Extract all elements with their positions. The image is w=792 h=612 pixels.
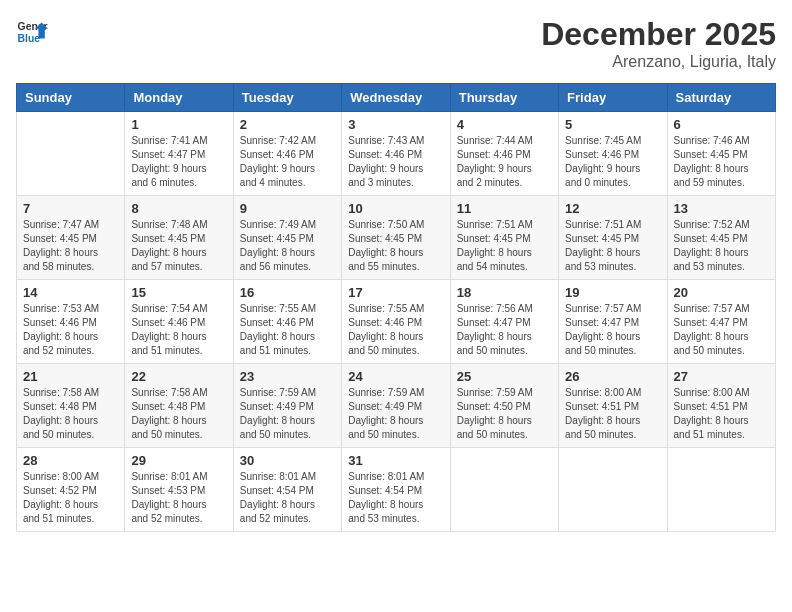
calendar-week-row: 28Sunrise: 8:00 AM Sunset: 4:52 PM Dayli… (17, 448, 776, 532)
month-year-title: December 2025 (541, 16, 776, 53)
logo-icon: General Blue (16, 16, 48, 48)
day-number: 13 (674, 201, 769, 216)
day-detail: Sunrise: 7:56 AM Sunset: 4:47 PM Dayligh… (457, 302, 552, 358)
day-detail: Sunrise: 7:58 AM Sunset: 4:48 PM Dayligh… (131, 386, 226, 442)
day-detail: Sunrise: 7:59 AM Sunset: 4:49 PM Dayligh… (348, 386, 443, 442)
calendar-cell: 8Sunrise: 7:48 AM Sunset: 4:45 PM Daylig… (125, 196, 233, 280)
weekday-header-thursday: Thursday (450, 84, 558, 112)
day-number: 27 (674, 369, 769, 384)
day-detail: Sunrise: 8:01 AM Sunset: 4:54 PM Dayligh… (348, 470, 443, 526)
calendar-cell: 23Sunrise: 7:59 AM Sunset: 4:49 PM Dayli… (233, 364, 341, 448)
day-detail: Sunrise: 8:00 AM Sunset: 4:51 PM Dayligh… (674, 386, 769, 442)
day-detail: Sunrise: 7:44 AM Sunset: 4:46 PM Dayligh… (457, 134, 552, 190)
day-detail: Sunrise: 7:51 AM Sunset: 4:45 PM Dayligh… (457, 218, 552, 274)
day-number: 31 (348, 453, 443, 468)
calendar-cell: 21Sunrise: 7:58 AM Sunset: 4:48 PM Dayli… (17, 364, 125, 448)
calendar-cell: 3Sunrise: 7:43 AM Sunset: 4:46 PM Daylig… (342, 112, 450, 196)
calendar-cell: 27Sunrise: 8:00 AM Sunset: 4:51 PM Dayli… (667, 364, 775, 448)
day-detail: Sunrise: 7:58 AM Sunset: 4:48 PM Dayligh… (23, 386, 118, 442)
day-number: 10 (348, 201, 443, 216)
calendar-week-row: 14Sunrise: 7:53 AM Sunset: 4:46 PM Dayli… (17, 280, 776, 364)
day-number: 2 (240, 117, 335, 132)
calendar-cell (450, 448, 558, 532)
calendar-cell: 28Sunrise: 8:00 AM Sunset: 4:52 PM Dayli… (17, 448, 125, 532)
calendar-cell: 22Sunrise: 7:58 AM Sunset: 4:48 PM Dayli… (125, 364, 233, 448)
day-number: 28 (23, 453, 118, 468)
day-number: 21 (23, 369, 118, 384)
calendar-cell: 24Sunrise: 7:59 AM Sunset: 4:49 PM Dayli… (342, 364, 450, 448)
calendar-cell: 12Sunrise: 7:51 AM Sunset: 4:45 PM Dayli… (559, 196, 667, 280)
day-number: 24 (348, 369, 443, 384)
day-number: 30 (240, 453, 335, 468)
calendar-cell: 11Sunrise: 7:51 AM Sunset: 4:45 PM Dayli… (450, 196, 558, 280)
day-detail: Sunrise: 7:57 AM Sunset: 4:47 PM Dayligh… (565, 302, 660, 358)
day-number: 14 (23, 285, 118, 300)
calendar-cell: 16Sunrise: 7:55 AM Sunset: 4:46 PM Dayli… (233, 280, 341, 364)
calendar-cell: 10Sunrise: 7:50 AM Sunset: 4:45 PM Dayli… (342, 196, 450, 280)
calendar-cell: 9Sunrise: 7:49 AM Sunset: 4:45 PM Daylig… (233, 196, 341, 280)
weekday-header-tuesday: Tuesday (233, 84, 341, 112)
page-header: General Blue December 2025 Arenzano, Lig… (16, 16, 776, 71)
calendar-cell: 4Sunrise: 7:44 AM Sunset: 4:46 PM Daylig… (450, 112, 558, 196)
day-number: 19 (565, 285, 660, 300)
day-detail: Sunrise: 7:41 AM Sunset: 4:47 PM Dayligh… (131, 134, 226, 190)
day-number: 26 (565, 369, 660, 384)
calendar-cell: 29Sunrise: 8:01 AM Sunset: 4:53 PM Dayli… (125, 448, 233, 532)
calendar-cell (667, 448, 775, 532)
day-number: 9 (240, 201, 335, 216)
weekday-header-wednesday: Wednesday (342, 84, 450, 112)
day-number: 17 (348, 285, 443, 300)
day-detail: Sunrise: 8:01 AM Sunset: 4:53 PM Dayligh… (131, 470, 226, 526)
day-number: 8 (131, 201, 226, 216)
calendar-cell: 7Sunrise: 7:47 AM Sunset: 4:45 PM Daylig… (17, 196, 125, 280)
weekday-header-monday: Monday (125, 84, 233, 112)
calendar-cell: 17Sunrise: 7:55 AM Sunset: 4:46 PM Dayli… (342, 280, 450, 364)
day-detail: Sunrise: 7:57 AM Sunset: 4:47 PM Dayligh… (674, 302, 769, 358)
calendar-week-row: 1Sunrise: 7:41 AM Sunset: 4:47 PM Daylig… (17, 112, 776, 196)
day-number: 22 (131, 369, 226, 384)
day-detail: Sunrise: 7:53 AM Sunset: 4:46 PM Dayligh… (23, 302, 118, 358)
day-number: 4 (457, 117, 552, 132)
day-detail: Sunrise: 7:54 AM Sunset: 4:46 PM Dayligh… (131, 302, 226, 358)
day-detail: Sunrise: 7:46 AM Sunset: 4:45 PM Dayligh… (674, 134, 769, 190)
day-detail: Sunrise: 7:42 AM Sunset: 4:46 PM Dayligh… (240, 134, 335, 190)
calendar-cell: 1Sunrise: 7:41 AM Sunset: 4:47 PM Daylig… (125, 112, 233, 196)
calendar-week-row: 21Sunrise: 7:58 AM Sunset: 4:48 PM Dayli… (17, 364, 776, 448)
day-detail: Sunrise: 7:48 AM Sunset: 4:45 PM Dayligh… (131, 218, 226, 274)
calendar-week-row: 7Sunrise: 7:47 AM Sunset: 4:45 PM Daylig… (17, 196, 776, 280)
day-number: 18 (457, 285, 552, 300)
day-number: 3 (348, 117, 443, 132)
calendar-cell (559, 448, 667, 532)
weekday-header-friday: Friday (559, 84, 667, 112)
day-detail: Sunrise: 7:49 AM Sunset: 4:45 PM Dayligh… (240, 218, 335, 274)
calendar-cell: 30Sunrise: 8:01 AM Sunset: 4:54 PM Dayli… (233, 448, 341, 532)
calendar-cell: 20Sunrise: 7:57 AM Sunset: 4:47 PM Dayli… (667, 280, 775, 364)
day-detail: Sunrise: 7:52 AM Sunset: 4:45 PM Dayligh… (674, 218, 769, 274)
day-detail: Sunrise: 8:00 AM Sunset: 4:51 PM Dayligh… (565, 386, 660, 442)
day-detail: Sunrise: 7:55 AM Sunset: 4:46 PM Dayligh… (240, 302, 335, 358)
calendar-cell: 18Sunrise: 7:56 AM Sunset: 4:47 PM Dayli… (450, 280, 558, 364)
calendar-cell: 6Sunrise: 7:46 AM Sunset: 4:45 PM Daylig… (667, 112, 775, 196)
calendar-header-row: SundayMondayTuesdayWednesdayThursdayFrid… (17, 84, 776, 112)
day-detail: Sunrise: 7:51 AM Sunset: 4:45 PM Dayligh… (565, 218, 660, 274)
weekday-header-saturday: Saturday (667, 84, 775, 112)
day-number: 7 (23, 201, 118, 216)
calendar-cell (17, 112, 125, 196)
day-detail: Sunrise: 7:45 AM Sunset: 4:46 PM Dayligh… (565, 134, 660, 190)
calendar-cell: 19Sunrise: 7:57 AM Sunset: 4:47 PM Dayli… (559, 280, 667, 364)
title-block: December 2025 Arenzano, Liguria, Italy (541, 16, 776, 71)
calendar-cell: 31Sunrise: 8:01 AM Sunset: 4:54 PM Dayli… (342, 448, 450, 532)
calendar-cell: 15Sunrise: 7:54 AM Sunset: 4:46 PM Dayli… (125, 280, 233, 364)
calendar-cell: 25Sunrise: 7:59 AM Sunset: 4:50 PM Dayli… (450, 364, 558, 448)
svg-text:Blue: Blue (18, 33, 41, 44)
calendar-cell: 5Sunrise: 7:45 AM Sunset: 4:46 PM Daylig… (559, 112, 667, 196)
day-number: 6 (674, 117, 769, 132)
calendar-cell: 14Sunrise: 7:53 AM Sunset: 4:46 PM Dayli… (17, 280, 125, 364)
location-subtitle: Arenzano, Liguria, Italy (541, 53, 776, 71)
weekday-header-sunday: Sunday (17, 84, 125, 112)
calendar-cell: 26Sunrise: 8:00 AM Sunset: 4:51 PM Dayli… (559, 364, 667, 448)
day-number: 25 (457, 369, 552, 384)
day-number: 20 (674, 285, 769, 300)
day-detail: Sunrise: 8:01 AM Sunset: 4:54 PM Dayligh… (240, 470, 335, 526)
day-detail: Sunrise: 7:59 AM Sunset: 4:49 PM Dayligh… (240, 386, 335, 442)
